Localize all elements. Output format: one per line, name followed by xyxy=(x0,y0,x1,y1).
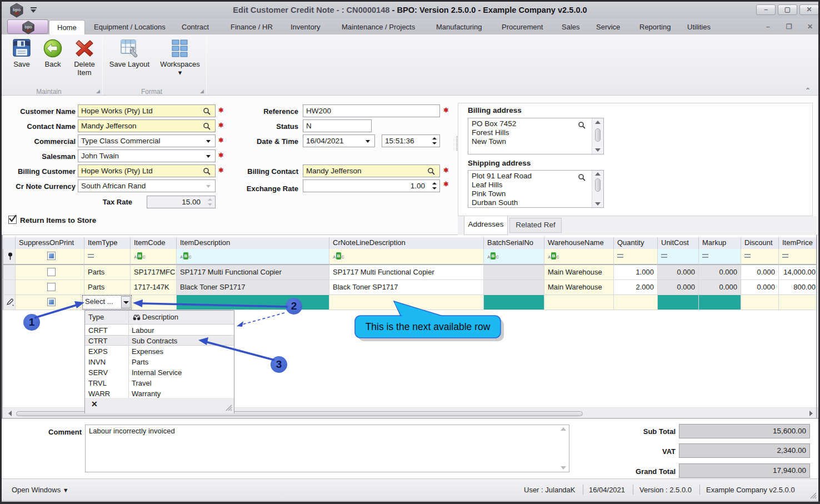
svg-text:bpo: bpo xyxy=(24,24,32,29)
